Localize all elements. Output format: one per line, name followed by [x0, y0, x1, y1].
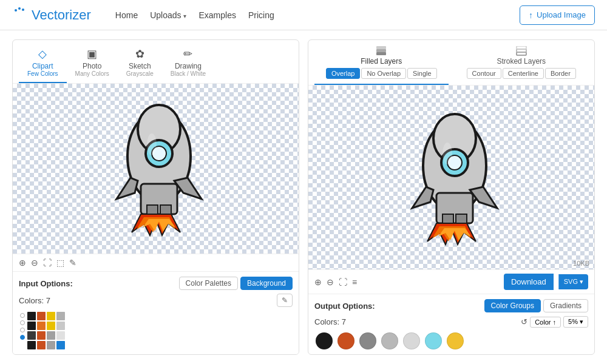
right-fullscreen-icon[interactable]: ⛶ — [339, 277, 347, 287]
logo: Vectorizer — [12, 7, 91, 24]
main-content: ◇ Clipart Few Colors ▣ Photo Many Colors… — [0, 30, 607, 364]
upload-icon: ↑ — [529, 10, 533, 20]
output-color-circles — [314, 332, 588, 349]
tab-clipart[interactable]: ◇ Clipart Few Colors — [19, 45, 67, 83]
zoom-in-icon[interactable]: ⊕ — [19, 258, 26, 268]
radio-3[interactable] — [20, 328, 25, 332]
stroked-layers-group: Stroked Layers Contour Centerline Border — [455, 44, 589, 85]
output-options-title: Output Options: — [314, 302, 375, 311]
sort-label: Color — [535, 318, 551, 326]
left-image-area — [13, 84, 299, 254]
download-button[interactable]: Download — [504, 274, 554, 290]
nav-home[interactable]: Home — [115, 10, 138, 20]
photo-icon: ▣ — [87, 47, 97, 61]
radio-1[interactable] — [20, 313, 25, 318]
right-image-area: 10KB — [308, 86, 594, 269]
upload-button-label: Upload Image — [537, 10, 586, 19]
swatch-orange-3 — [37, 331, 46, 340]
overlap-tab[interactable]: Overlap — [326, 68, 361, 79]
output-options-header: Output Options: Color Groups Gradients — [314, 299, 588, 312]
input-options-tabs: Color Palettes Background — [179, 277, 293, 290]
nav-examples[interactable]: Examples — [198, 10, 236, 20]
reset-icon[interactable]: ↺ — [521, 317, 527, 326]
svg-rect-21 — [517, 46, 526, 49]
svg-point-34 — [443, 143, 452, 164]
color-bar-swatches — [27, 312, 65, 349]
nav-pricing[interactable]: Pricing — [248, 10, 274, 20]
input-swatches-area — [19, 312, 293, 349]
border-tab[interactable]: Border — [545, 68, 576, 79]
no-overlap-tab[interactable]: No Overlap — [361, 68, 406, 79]
svg-point-2 — [22, 8, 24, 11]
radio-column — [20, 312, 25, 340]
stroked-layers-icon — [515, 46, 527, 57]
svg-rect-17 — [376, 49, 386, 52]
filled-layers-group: Filled Layers Overlap No Overlap Single — [314, 44, 449, 85]
svg-point-0 — [15, 9, 17, 12]
right-menu-icon[interactable]: ≡ — [352, 277, 357, 287]
single-tab[interactable]: Single — [407, 68, 437, 79]
edit-icon[interactable]: ✎ — [69, 258, 76, 268]
uploads-arrow: ▾ — [183, 13, 186, 19]
gradients-tab[interactable]: Gradients — [543, 299, 588, 312]
header: Vectorizer Home Uploads ▾ Examples Prici… — [0, 0, 607, 30]
sort-pct-button[interactable]: 5% ▾ — [563, 316, 588, 328]
swatch-gray — [47, 331, 55, 340]
file-size-label: 10KB — [573, 260, 589, 267]
right-mode-tabs: Filled Layers Overlap No Overlap Single … — [308, 40, 594, 86]
output-color-7 — [447, 332, 464, 349]
radio-4[interactable] — [20, 335, 25, 340]
output-color-3 — [359, 332, 376, 349]
mode-tabs: ◇ Clipart Few Colors ▣ Photo Many Colors… — [13, 40, 299, 84]
stroked-layers-label: Stroked Layers — [497, 57, 546, 66]
nav: Home Uploads ▾ Examples Pricing — [115, 10, 274, 20]
swatch-orange-4 — [37, 341, 46, 349]
sketch-label: Sketch — [129, 62, 151, 70]
swatch-orange-2 — [37, 322, 46, 330]
filled-layers-label: Filled Layers — [361, 57, 402, 66]
upload-image-button[interactable]: ↑ Upload Image — [520, 5, 595, 25]
output-options-tabs: Color Groups Gradients — [484, 299, 588, 312]
right-panel: Filled Layers Overlap No Overlap Single … — [308, 39, 595, 355]
swatch-black — [27, 312, 36, 320]
svg-marker-7 — [117, 178, 138, 199]
edit-colors-button[interactable]: ✎ — [277, 294, 293, 307]
right-toolbar: ⊕ ⊖ ⛶ ≡ Download SVG ▾ — [308, 269, 594, 294]
swatch-orange — [37, 312, 46, 320]
swatch-white — [56, 331, 65, 340]
input-colors-label: Colors: 7 — [19, 296, 50, 305]
background-tab[interactable]: Background — [240, 277, 293, 290]
fullscreen-icon[interactable]: ⛶ — [43, 258, 52, 268]
swatch-dark — [27, 331, 36, 340]
download-format-dropdown[interactable]: SVG ▾ — [558, 274, 588, 289]
input-options-title: Input Options: — [19, 279, 73, 288]
contour-tab[interactable]: Contour — [467, 68, 501, 79]
right-zoom-out-icon[interactable]: ⊖ — [327, 277, 334, 287]
input-options-header: Input Options: Color Palettes Background — [19, 277, 293, 290]
crop-icon[interactable]: ⬚ — [56, 258, 64, 268]
tab-sketch[interactable]: ✿ Sketch Grayscale — [118, 45, 162, 83]
left-options: Input Options: Color Palettes Background… — [13, 271, 299, 354]
tab-drawing[interactable]: ✏ Drawing Black / White — [162, 45, 214, 83]
swatch-yellow-2 — [47, 322, 55, 330]
zoom-out-icon[interactable]: ⊖ — [31, 258, 38, 268]
color-groups-tab[interactable]: Color Groups — [484, 299, 541, 312]
rocket-image-right — [385, 108, 518, 248]
clipart-icon: ◇ — [38, 47, 47, 61]
download-format-label: SVG — [564, 278, 578, 285]
centerline-tab[interactable]: Centerline — [503, 68, 544, 79]
tab-photo[interactable]: ▣ Photo Many Colors — [67, 45, 118, 83]
color-palettes-tab[interactable]: Color Palettes — [179, 277, 238, 290]
sort-color-button[interactable]: Color ↑ — [530, 317, 561, 328]
filled-layers-icon — [375, 46, 387, 57]
colors-count-row: Colors: 7 ✎ — [19, 294, 293, 307]
radio-2[interactable] — [20, 320, 25, 325]
nav-uploads[interactable]: Uploads ▾ — [150, 10, 186, 20]
clipart-label: Clipart — [32, 62, 53, 70]
svg-point-15 — [147, 133, 157, 155]
right-zoom-in-icon[interactable]: ⊕ — [314, 277, 322, 287]
output-options: Output Options: Color Groups Gradients C… — [308, 294, 594, 354]
drawing-icon: ✏ — [183, 47, 192, 61]
swatch-black-2 — [27, 322, 36, 330]
photo-sub: Many Colors — [75, 70, 109, 77]
